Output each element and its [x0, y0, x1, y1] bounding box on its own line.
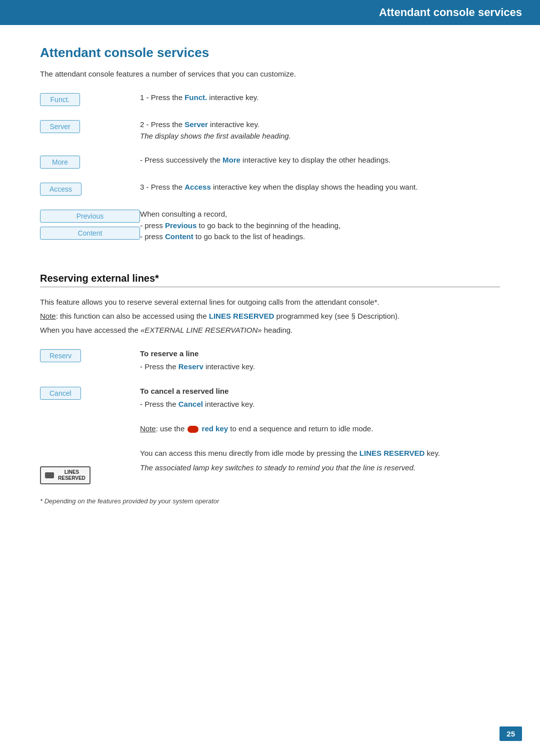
section1-intro: The attendant console features a number …	[40, 70, 500, 78]
lr-text: LINES RESERVED	[58, 469, 86, 481]
lr-indicator	[45, 472, 54, 478]
previous-inline-key: Previous	[165, 221, 196, 230]
content-key[interactable]: Content	[40, 227, 140, 240]
step-cancel-key-col: Cancel	[40, 386, 140, 400]
funct-inline-key: Funct.	[184, 93, 207, 102]
footnote: * Depending on the features provided by …	[40, 497, 500, 505]
step-reserv-desc: To reserve a line - Press the Reserv int…	[140, 348, 500, 373]
access-inline-key: Access	[184, 183, 211, 191]
lines-reserved-para-key: LINES RESERVED	[360, 449, 425, 457]
step-access-key-col: Access	[40, 182, 140, 196]
lines-reserved-note1-key: LINES RESERVED	[209, 312, 274, 320]
step-server-key-col: Server	[40, 119, 140, 133]
lines-reserved-key-visual: LINES RESERVED	[40, 466, 90, 484]
section2-note2: When you have accessed the «EXTERNAL LIN…	[40, 324, 500, 336]
reserve-heading: To reserve a line	[140, 348, 500, 360]
lines-reserved-italic: The associated lamp key switches to stea…	[140, 462, 500, 474]
step-reserv-key-col: Reserv	[40, 348, 140, 362]
step-lines-reserved-para: LINES RESERVED You can access this menu …	[40, 447, 500, 484]
section2-note1: Note: this function can also be accessed…	[40, 310, 500, 322]
cancel-inline-key: Cancel	[178, 400, 203, 408]
step-access: Access 3 - Press the Access interactive …	[40, 182, 500, 196]
reserv-key[interactable]: Reserv	[40, 349, 81, 362]
double-key-col: Previous Content	[40, 209, 140, 240]
step-access-desc: 3 - Press the Access interactive key whe…	[140, 182, 500, 193]
lines-reserved-para: You can access this menu directly from i…	[140, 447, 500, 459]
step-more: More - Press successively the More inter…	[40, 155, 500, 169]
double-key-desc: When consulting a record, - press Previo…	[140, 209, 500, 243]
lines-reserved-para-desc: You can access this menu directly from i…	[140, 447, 500, 474]
server-key[interactable]: Server	[40, 120, 80, 133]
cancel-heading: To cancel a reserved line	[140, 386, 500, 397]
content-inline-key: Content	[165, 232, 194, 241]
funct-key[interactable]: Funct.	[40, 93, 80, 106]
step-reserv: Reserv To reserve a line - Press the Res…	[40, 348, 500, 373]
access-key[interactable]: Access	[40, 183, 82, 196]
step-red-key-desc: Note: use the red key to end a sequence …	[140, 423, 500, 435]
section1-title: Attendant console services	[40, 45, 500, 61]
section2-intro: This feature allows you to reserve sever…	[40, 296, 500, 308]
step-cancel-desc: To cancel a reserved line - Press the Ca…	[140, 386, 500, 410]
header-title: Attendant console services	[379, 6, 522, 19]
step-cancel: Cancel To cancel a reserved line - Press…	[40, 386, 500, 410]
step-more-key-col: More	[40, 155, 140, 169]
page-number: 25	[500, 726, 522, 741]
step-more-desc: - Press successively the More interactiv…	[140, 155, 500, 166]
step-funct-desc: 1 - Press the Funct. interactive key.	[140, 92, 500, 104]
previous-key[interactable]: Previous	[40, 210, 140, 223]
step-server-desc: 2 - Press the Server interactive key. Th…	[140, 119, 500, 142]
section1: Attendant console services The attendant…	[40, 45, 500, 243]
main-content: Attendant console services The attendant…	[0, 25, 540, 525]
server-inline-key: Server	[184, 120, 208, 129]
more-key[interactable]: More	[40, 156, 80, 169]
server-italic: The display shows the first available he…	[140, 132, 291, 140]
red-key-icon	[188, 426, 198, 433]
header-bar: Attendant console services	[0, 0, 540, 25]
step-server: Server 2 - Press the Server interactive …	[40, 119, 500, 142]
step-previous-content: Previous Content When consulting a recor…	[40, 209, 500, 243]
reserv-inline-key: Reserv	[178, 362, 204, 371]
reserving-steps: Reserv To reserve a line - Press the Res…	[40, 348, 500, 485]
red-key-text: red key	[202, 424, 228, 433]
step-red-key-note: Note: use the red key to end a sequence …	[40, 423, 500, 435]
more-inline-key: More	[222, 156, 240, 164]
lines-reserved-key-col: LINES RESERVED	[40, 447, 140, 484]
step-funct: Funct. 1 - Press the Funct. interactive …	[40, 92, 500, 106]
cancel-key[interactable]: Cancel	[40, 387, 81, 400]
step-funct-key-col: Funct.	[40, 92, 140, 106]
section2-title: Reserving external lines*	[40, 273, 500, 287]
section2: Reserving external lines* This feature a…	[40, 273, 500, 505]
step-red-key-empty-col	[40, 423, 140, 424]
